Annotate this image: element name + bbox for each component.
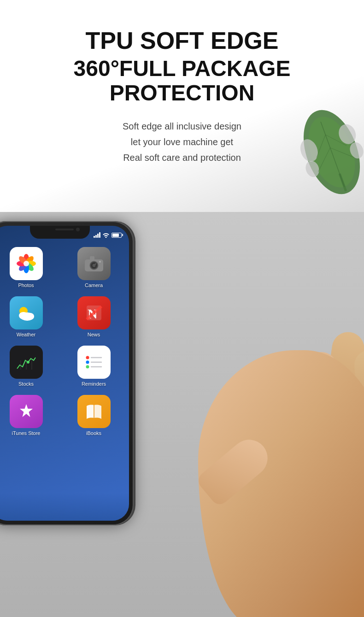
news-label: News bbox=[88, 332, 100, 337]
itunes-svg bbox=[15, 400, 37, 423]
ibooks-svg bbox=[83, 400, 105, 423]
camera-svg bbox=[84, 255, 104, 272]
notch bbox=[30, 226, 90, 239]
news-icon-box: N bbox=[77, 296, 111, 329]
app-item-stocks[interactable]: Stocks bbox=[0, 346, 55, 387]
top-section: TPU SOFT EDGE 360°FULL PACKAGE PROTECTIO… bbox=[0, 0, 364, 212]
wifi-icon bbox=[103, 233, 109, 238]
stocks-label: Stocks bbox=[18, 381, 34, 387]
camera-label: Camera bbox=[85, 282, 103, 288]
svg-point-42 bbox=[86, 356, 89, 359]
camera-icon bbox=[77, 247, 111, 280]
ibooks-icon-box bbox=[77, 395, 111, 428]
main-headline: TPU SOFT EDGE bbox=[18, 28, 346, 54]
app-item-weather[interactable]: Weather bbox=[0, 296, 55, 337]
phone-container: Photos bbox=[0, 221, 161, 599]
ibooks-label: iBooks bbox=[86, 430, 101, 436]
status-icons bbox=[94, 232, 122, 238]
photos-label: Photos bbox=[18, 282, 34, 288]
svg-marker-45 bbox=[20, 404, 33, 417]
svg-point-31 bbox=[26, 313, 34, 319]
reminders-icon-box bbox=[77, 346, 111, 379]
app-item-news[interactable]: N News bbox=[65, 296, 123, 337]
svg-point-25 bbox=[94, 264, 95, 264]
itunes-label: iTunes Store bbox=[12, 430, 41, 436]
app-item-camera[interactable]: Camera bbox=[65, 247, 123, 288]
screen-overlay bbox=[0, 493, 129, 521]
svg-point-27 bbox=[99, 261, 101, 263]
battery-icon bbox=[112, 233, 122, 238]
svg-point-43 bbox=[86, 361, 89, 364]
bottom-section: Photos bbox=[0, 212, 364, 617]
reminders-svg bbox=[83, 351, 105, 373]
hand-image bbox=[152, 304, 364, 617]
svg-point-44 bbox=[86, 365, 89, 369]
leaf-decoration bbox=[295, 101, 364, 203]
app-item-photos[interactable]: Photos bbox=[0, 247, 55, 288]
app-grid: Photos bbox=[0, 247, 123, 436]
app-item-reminders[interactable]: Reminders bbox=[65, 346, 123, 387]
svg-point-38 bbox=[27, 361, 29, 364]
reminders-label: Reminders bbox=[82, 381, 106, 387]
sub-headline: 360°FULL PACKAGE PROTECTION bbox=[18, 57, 346, 106]
phone-body: Photos bbox=[0, 221, 134, 525]
stocks-svg bbox=[15, 351, 37, 373]
itunes-icon-box bbox=[10, 395, 43, 428]
weather-icon-box bbox=[10, 296, 43, 329]
news-svg: N bbox=[83, 302, 105, 324]
stocks-icon-box bbox=[10, 346, 43, 379]
app-item-ibooks[interactable]: iBooks bbox=[65, 395, 123, 436]
svg-point-20 bbox=[23, 261, 29, 266]
svg-rect-26 bbox=[90, 256, 94, 260]
tpu-text: TPU SOFT EDGE bbox=[86, 27, 279, 54]
photos-petals-svg bbox=[15, 252, 38, 275]
photos-icon bbox=[10, 247, 43, 280]
signal-icon bbox=[94, 232, 100, 238]
app-item-itunes[interactable]: iTunes Store bbox=[0, 395, 55, 436]
weather-label: Weather bbox=[17, 332, 35, 337]
phone-screen: Photos bbox=[0, 226, 129, 521]
weather-svg bbox=[15, 302, 37, 324]
